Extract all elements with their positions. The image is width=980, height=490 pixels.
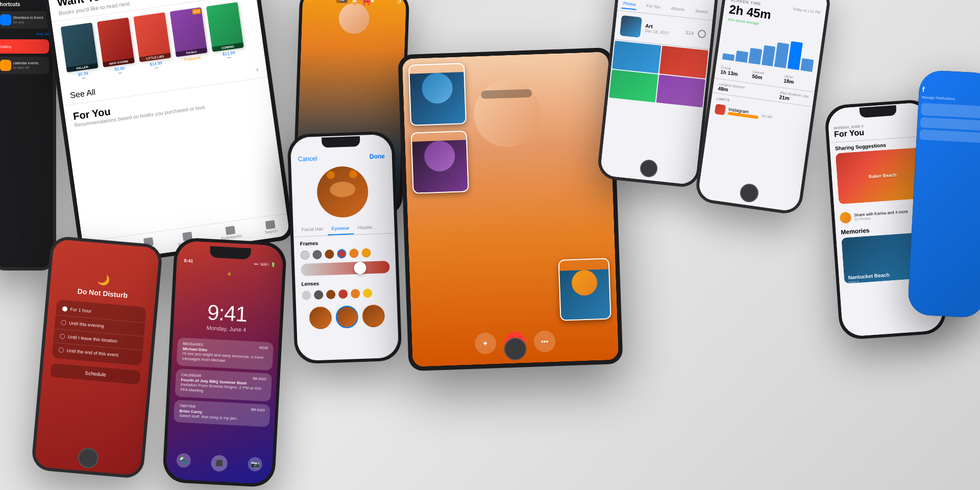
fb-screen: f Manage Notifications — [908, 69, 980, 318]
lock-notif-1: MESSAGES Now Michael Dibs I'll see you b… — [177, 337, 274, 371]
facetime-effects-button[interactable]: ✦ — [474, 332, 496, 354]
lock-time-small: 9:41 — [184, 258, 193, 264]
foryou-avatar — [840, 212, 851, 224]
memoji-choice-3[interactable] — [362, 304, 385, 328]
books-nav-search[interactable]: Search — [263, 219, 278, 234]
st-bar-4 — [762, 45, 776, 66]
camera-face — [338, 3, 370, 34]
memoji-color-3[interactable] — [325, 250, 334, 259]
fb-card-2[interactable] — [920, 117, 980, 131]
dnd-check-1 — [62, 306, 67, 312]
memoji-color-2[interactable] — [312, 250, 322, 260]
shortcut-item-1[interactable]: Directions to Event for you — [0, 11, 49, 29]
facetime-more-button[interactable]: ••• — [533, 330, 555, 352]
memoji-choice-1[interactable] — [309, 306, 332, 330]
shortcut-icon-1 — [0, 14, 11, 26]
lock-home-indicator[interactable]: ⬛ — [211, 455, 228, 472]
memoji-tab-headwear[interactable]: Headw... — [353, 222, 380, 235]
shortcuts-app-screen: See All shortcuts Directions to Event fo… — [0, 0, 53, 267]
st-bar-7 — [800, 58, 814, 72]
lock-bottom-icons: 🔦 ⬛ 📷 — [166, 452, 273, 474]
fb-card-1[interactable] — [921, 103, 980, 119]
book-item-4[interactable]: Perfect NEW Featured — [170, 7, 209, 67]
memoji-choice-2[interactable] — [335, 305, 359, 329]
memoji-choices — [296, 299, 398, 335]
fb-title: f — [919, 69, 980, 97]
memoji-tab-facial-hair[interactable]: Facial Hair — [297, 223, 328, 236]
shortcuts-see-all-2[interactable]: See All — [0, 32, 49, 36]
moments-thumb — [620, 15, 642, 38]
dnd-schedule-button[interactable]: Schedule — [50, 363, 141, 384]
lock-status-icons: ▪▪▪ WiFi 🔋 — [254, 262, 276, 268]
moments-nav-foryou[interactable]: For You — [645, 2, 662, 13]
moments-nav-albums[interactable]: Albums — [670, 4, 687, 15]
lock-battery-icon: 🔋 — [271, 262, 276, 268]
memoji-cancel-button[interactable]: Cancel — [298, 155, 317, 163]
lock-notif-2: CALENDAR 3m ago Fourth of July BBQ Summe… — [175, 369, 272, 402]
lock-screen: 9:41 ▪▪▪ WiFi 🔋 🔒 9:41 Monday, June 4 ME… — [165, 240, 284, 484]
iphone-x-far-right-device: f Manage Notifications — [908, 69, 980, 318]
memoji-slider-thumb[interactable] — [354, 262, 366, 275]
moments-info: Art Dec 18, 2017 — [645, 23, 682, 37]
books-nav-audiobooks[interactable]: Audiobooks — [219, 225, 242, 241]
memoji-tab-eyewear[interactable]: Eyewear — [327, 222, 354, 235]
ipad-facetime-device: ✦ ✕ ••• — [398, 47, 623, 371]
dnd-options-list: For 1 hour Until this evening Until I le… — [52, 300, 146, 366]
camera-switch-icon[interactable]: ↺ — [397, 0, 401, 5]
memoji-lens-color-2[interactable] — [314, 290, 324, 300]
moments-photo-1[interactable] — [612, 41, 661, 74]
moments-nav-search[interactable]: Search — [694, 7, 709, 18]
facetime-face-2 — [424, 140, 455, 172]
camera-flash-icon[interactable]: ⚡ — [308, 0, 314, 2]
memoji-glasses-2 — [349, 170, 358, 179]
memoji-color-5[interactable] — [349, 249, 359, 258]
lock-padlock-icon: 🔒 — [227, 272, 231, 276]
moments-search-icon[interactable] — [697, 30, 706, 39]
moments-photo-3[interactable] — [609, 69, 658, 102]
facetime-face-3 — [571, 270, 598, 296]
memoji-done-button[interactable]: Done — [370, 153, 385, 160]
memoji-lens-color-1[interactable] — [302, 290, 311, 300]
moments-photo-4[interactable] — [656, 75, 705, 107]
book-item-5[interactable]: COMING $11.99 ••• — [206, 2, 246, 62]
shortcut-item-3[interactable]: calendar events to start off — [0, 57, 49, 74]
memoji-frame-colors — [294, 246, 396, 262]
dnd-moon-icon: 🌙 — [97, 274, 111, 287]
dnd-check-3 — [59, 333, 65, 339]
dnd-app-screen: 🌙 Do Not Disturb For 1 hour Until this e… — [34, 239, 160, 476]
memoji-lens-color-6[interactable] — [363, 288, 373, 298]
books-chevron-icon: › — [256, 66, 259, 73]
shortcut-text-1: Directions to Event for you — [13, 15, 43, 24]
moments-photo-2[interactable] — [659, 45, 708, 78]
st-app-icon — [715, 104, 726, 115]
lock-notif-3: TWITTER 6m ago Brian Carey Sweet stuff, … — [174, 400, 270, 427]
books-see-all-label: See All — [69, 88, 96, 101]
camera-effects-icon[interactable]: ★ — [370, 0, 375, 4]
dnd-title: Do Not Disturb — [77, 287, 128, 300]
moments-screen: Moments Photos For You Albums Search Art… — [600, 0, 717, 185]
memoji-slider[interactable] — [301, 261, 390, 276]
memoji-lens-color-5[interactable] — [351, 289, 360, 299]
memoji-color-4[interactable] — [337, 249, 347, 259]
memoji-color-1[interactable] — [300, 250, 310, 260]
iphone-dnd-device: 🌙 Do Not Disturb For 1 hour Until this e… — [31, 235, 163, 479]
memoji-lens-color-3[interactable] — [326, 290, 336, 300]
book-item-3[interactable]: LITTLE LIES $14.99 ••• — [133, 12, 173, 72]
book-item-1[interactable]: FALLEN $5.99 ••• — [61, 22, 100, 82]
memoji-color-6[interactable] — [361, 248, 371, 258]
dnd-check-2 — [61, 320, 66, 326]
facetime-small-video-2 — [412, 140, 468, 194]
fb-card-3[interactable] — [919, 130, 980, 143]
memoji-face — [330, 181, 356, 198]
books-audiobooks-icon — [226, 226, 236, 235]
moments-nav-photos[interactable]: Photos — [622, 0, 638, 10]
lock-torch-icon[interactable]: 🔦 — [176, 453, 191, 468]
book-item-2[interactable]: WAR STORM $3.99 ••• — [97, 17, 136, 77]
foryou-location-label: Baker Beach — [868, 172, 896, 179]
camera-aa-label: Aa — [336, 0, 348, 4]
facetime-pip-3 — [558, 258, 611, 321]
memoji-lens-color-4[interactable] — [338, 289, 348, 299]
foryou-memory-date: MAY 5 — [848, 280, 859, 284]
lock-camera-icon[interactable]: 📷 — [248, 457, 262, 472]
dnd-option-2-label: Until this evening — [69, 321, 104, 329]
